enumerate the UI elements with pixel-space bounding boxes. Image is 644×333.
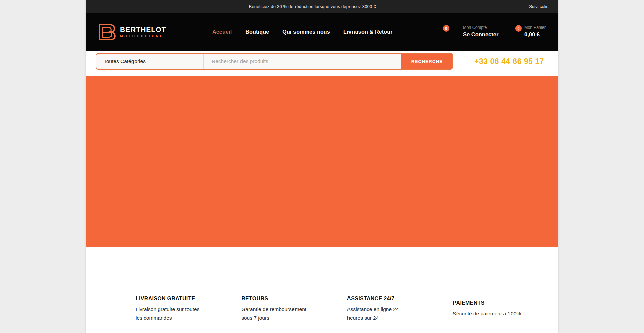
features-section: LIVRAISON GRATUITE Livraison gratuite su… — [86, 247, 558, 333]
nav-item-accueil[interactable]: Accueil — [212, 29, 232, 35]
search-band: Toutes Catégories RECHERCHE +33 06 44 66… — [86, 51, 558, 76]
feature-text: heures sur 24 — [347, 314, 453, 322]
brand-monogram-icon — [96, 23, 116, 40]
phone-link[interactable]: +33 06 44 66 95 17 — [474, 57, 544, 66]
feature-free-shipping: LIVRAISON GRATUITE Livraison gratuite su… — [136, 296, 241, 322]
feature-payments: PAIEMENTS Sécurité de paiement à 100% — [453, 300, 558, 318]
login-link[interactable]: Se Connecter — [463, 31, 498, 38]
feature-text: Sécurité de paiement à 100% — [453, 309, 558, 318]
promo-text: Bénéficiez de 30 % de réduction lorsque … — [96, 4, 529, 9]
category-dropdown[interactable]: Toutes Catégories — [96, 54, 204, 69]
feature-returns: RETOURS Garantie de remboursement sous 7… — [241, 296, 347, 322]
feature-title: LIVRAISON GRATUITE — [136, 296, 241, 302]
nav-item-livraison-retour[interactable]: Livraison & Retour — [343, 29, 393, 35]
top-promo-bar: Bénéficiez de 30 % de réduction lorsque … — [86, 0, 558, 13]
main-header: BERTHELOT MOTOCULTURE Accueil Boutique Q… — [86, 13, 558, 51]
feature-text: Livraison gratuite sur toutes — [136, 305, 241, 314]
feature-title: ASSISTANCE 24/7 — [347, 296, 453, 302]
page-container: Bénéficiez de 30 % de réduction lorsque … — [86, 0, 558, 333]
feature-support: ASSISTANCE 24/7 Assistance en ligne 24 h… — [347, 296, 453, 322]
nav-item-boutique[interactable]: Boutique — [245, 29, 269, 35]
search-bar: Toutes Catégories RECHERCHE — [96, 53, 453, 70]
account-label: Mon Compte — [463, 25, 498, 30]
brand-tagline: MOTOCULTURE — [120, 34, 166, 38]
features-row: LIVRAISON GRATUITE Livraison gratuite su… — [86, 296, 558, 322]
feature-text: Garantie de remboursement — [241, 305, 347, 314]
account-link[interactable]: Mon Compte Se Connecter — [463, 25, 498, 38]
brand-logo[interactable]: BERTHELOT MOTOCULTURE — [96, 23, 166, 40]
brand-name: BERTHELOT — [120, 26, 166, 33]
order-tracking-link[interactable]: Suivi colis — [529, 4, 548, 9]
search-button[interactable]: RECHERCHE — [401, 54, 452, 69]
nav-item-qui-sommes-nous[interactable]: Qui sommes nous — [282, 29, 330, 35]
hero-banner — [86, 76, 558, 247]
account-count-badge: 0 — [443, 25, 449, 32]
cart-total: 0,00 € — [524, 31, 546, 38]
cart-label: Mon Panier — [524, 25, 546, 30]
feature-text: sous 7 jours — [241, 314, 347, 322]
search-input[interactable] — [204, 54, 401, 69]
main-nav: Accueil Boutique Qui sommes nous Livrais… — [212, 13, 393, 51]
brand-text: BERTHELOT MOTOCULTURE — [120, 26, 166, 38]
feature-text: Assistance en ligne 24 — [347, 305, 453, 314]
cart-link[interactable]: Mon Panier 0,00 € — [524, 25, 546, 38]
feature-title: RETOURS — [241, 296, 347, 302]
feature-title: PAIEMENTS — [453, 300, 558, 306]
feature-text: les commandes — [136, 314, 241, 322]
cart-count-badge: 0 — [515, 25, 522, 32]
